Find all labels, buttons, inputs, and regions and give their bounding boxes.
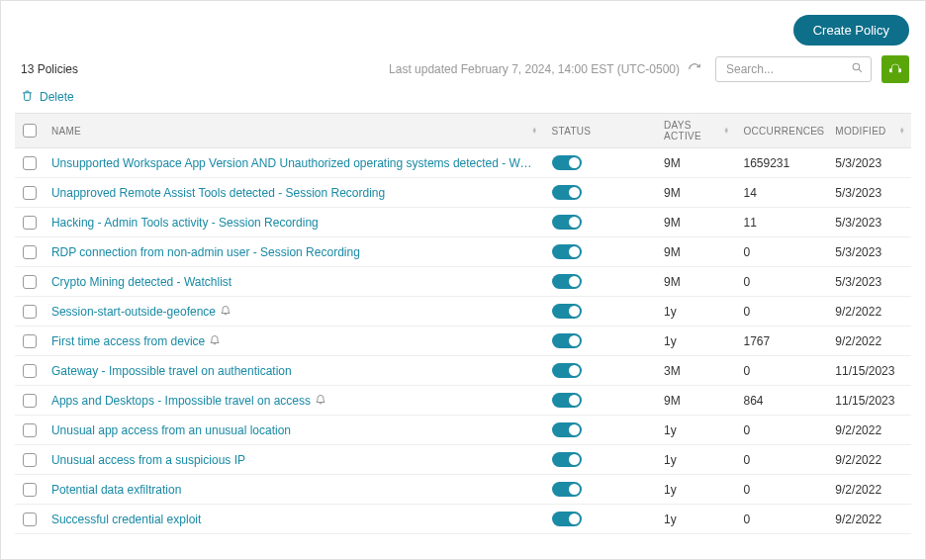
- status-toggle[interactable]: [552, 244, 582, 259]
- modified-value: 9/2/2022: [835, 513, 881, 526]
- occurrences-value: 864: [744, 394, 764, 408]
- row-checkbox[interactable]: [23, 186, 37, 200]
- occurrences-value: 0: [744, 453, 751, 467]
- search-icon: [851, 61, 864, 77]
- table-row: Hacking - Admin Tools activity - Session…: [15, 208, 911, 237]
- occurrences-value: 0: [744, 513, 751, 526]
- search-input[interactable]: [715, 56, 872, 82]
- status-toggle[interactable]: [552, 422, 582, 437]
- policy-name-link[interactable]: Unsupported Workspace App Version AND Un…: [44, 148, 544, 178]
- days-active-value: 3M: [664, 364, 681, 378]
- table-row: Potential data exfiltration1y09/2/2022: [15, 475, 911, 505]
- row-checkbox[interactable]: [23, 334, 37, 348]
- create-policy-button[interactable]: Create Policy: [793, 15, 909, 46]
- status-toggle[interactable]: [552, 185, 582, 200]
- refresh-icon[interactable]: [688, 62, 701, 76]
- occurrences-value: 1767: [744, 334, 771, 348]
- policy-name-link[interactable]: Unusual access from a suspicious IP: [44, 445, 544, 475]
- status-toggle[interactable]: [552, 482, 582, 497]
- select-all-checkbox[interactable]: [23, 124, 37, 138]
- policy-name-link[interactable]: Gateway - Impossible travel on authentic…: [44, 356, 544, 386]
- occurrences-value: 11: [744, 216, 757, 230]
- status-toggle[interactable]: [552, 215, 582, 230]
- status-toggle[interactable]: [552, 363, 582, 378]
- status-toggle[interactable]: [552, 155, 582, 170]
- table-row: Unusual access from a suspicious IP1y09/…: [15, 445, 911, 475]
- occurrences-value: 14: [744, 186, 757, 200]
- row-checkbox[interactable]: [23, 305, 37, 319]
- table-row: RDP connection from non-admin user - Ses…: [15, 237, 911, 267]
- policy-name-link[interactable]: Unusual app access from an unusual locat…: [44, 416, 544, 445]
- status-toggle[interactable]: [552, 304, 582, 319]
- sort-icon: ▲▼: [531, 128, 537, 134]
- modified-value: 9/2/2022: [835, 423, 881, 437]
- sort-icon: ▲▼: [815, 128, 821, 134]
- days-active-value: 1y: [664, 305, 677, 319]
- bell-icon: [220, 304, 232, 316]
- table-row: Crypto Mining detected - Watchlist9M05/3…: [15, 267, 911, 297]
- table-row: First time access from device1y17679/2/2…: [15, 327, 911, 356]
- days-active-value: 9M: [664, 275, 681, 289]
- occurrences-value: 1659231: [744, 156, 790, 170]
- table-row: Unusual app access from an unusual locat…: [15, 416, 911, 445]
- status-toggle[interactable]: [552, 452, 582, 467]
- table-row: Unapproved Remote Assist Tools detected …: [15, 178, 911, 208]
- table-row: Session-start-outside-geofence1y09/2/202…: [15, 297, 911, 327]
- modified-value: 5/3/2023: [835, 156, 881, 170]
- row-checkbox[interactable]: [23, 156, 37, 170]
- policy-name-link[interactable]: Potential data exfiltration: [44, 475, 544, 505]
- svg-line-1: [859, 69, 862, 72]
- days-active-value: 1y: [664, 423, 677, 437]
- modified-value: 9/2/2022: [835, 483, 881, 497]
- modified-value: 5/3/2023: [835, 216, 881, 230]
- policy-name-link[interactable]: First time access from device: [44, 327, 544, 356]
- occurrences-value: 0: [744, 275, 751, 289]
- delete-button[interactable]: Delete: [1, 85, 925, 113]
- days-active-value: 1y: [664, 483, 677, 497]
- delete-label: Delete: [40, 90, 74, 104]
- column-days-active[interactable]: DAYS ACTIVE▲▼: [656, 114, 735, 148]
- days-active-value: 9M: [664, 245, 681, 259]
- occurrences-value: 0: [744, 305, 751, 319]
- column-modified[interactable]: MODIFIED▲▼: [827, 114, 911, 148]
- svg-point-0: [853, 63, 860, 70]
- row-checkbox[interactable]: [23, 245, 37, 259]
- policy-name-link[interactable]: Session-start-outside-geofence: [44, 297, 544, 327]
- policy-name-link[interactable]: Successful credential exploit: [44, 505, 544, 534]
- policy-name-link[interactable]: Hacking - Admin Tools activity - Session…: [44, 208, 544, 237]
- table-row: Gateway - Impossible travel on authentic…: [15, 356, 911, 386]
- policy-name-link[interactable]: RDP connection from non-admin user - Ses…: [44, 237, 544, 267]
- modified-value: 9/2/2022: [835, 305, 881, 319]
- row-checkbox[interactable]: [23, 483, 37, 497]
- days-active-value: 9M: [664, 216, 681, 230]
- occurrences-value: 0: [744, 364, 751, 378]
- policy-name-link[interactable]: Unapproved Remote Assist Tools detected …: [44, 178, 544, 208]
- modified-value: 11/15/2023: [835, 394, 894, 408]
- days-active-value: 1y: [664, 453, 677, 467]
- status-toggle[interactable]: [552, 333, 582, 348]
- status-toggle[interactable]: [552, 512, 582, 526]
- row-checkbox[interactable]: [23, 275, 37, 289]
- support-button[interactable]: [881, 55, 909, 83]
- table-row: Successful credential exploit1y09/2/2022: [15, 505, 911, 534]
- row-checkbox[interactable]: [23, 423, 37, 437]
- column-name[interactable]: NAME▲▼: [44, 114, 544, 148]
- days-active-value: 9M: [664, 394, 681, 408]
- row-checkbox[interactable]: [23, 394, 37, 408]
- row-checkbox[interactable]: [23, 513, 37, 526]
- row-checkbox[interactable]: [23, 364, 37, 378]
- status-toggle[interactable]: [552, 393, 582, 408]
- table-row: Unsupported Workspace App Version AND Un…: [15, 148, 911, 178]
- sort-icon: ▲▼: [723, 128, 729, 134]
- bell-icon: [315, 393, 326, 405]
- modified-value: 9/2/2022: [835, 453, 881, 467]
- row-checkbox[interactable]: [23, 216, 37, 230]
- modified-value: 11/15/2023: [835, 364, 894, 378]
- column-occurrences[interactable]: OCCURRENCES▲▼: [736, 114, 828, 148]
- status-toggle[interactable]: [552, 274, 582, 289]
- policy-name-link[interactable]: Crypto Mining detected - Watchlist: [44, 267, 544, 297]
- policy-count: 13 Policies: [21, 62, 78, 76]
- occurrences-value: 0: [744, 483, 751, 497]
- row-checkbox[interactable]: [23, 453, 37, 467]
- policy-name-link[interactable]: Apps and Desktops - Impossible travel on…: [44, 386, 544, 416]
